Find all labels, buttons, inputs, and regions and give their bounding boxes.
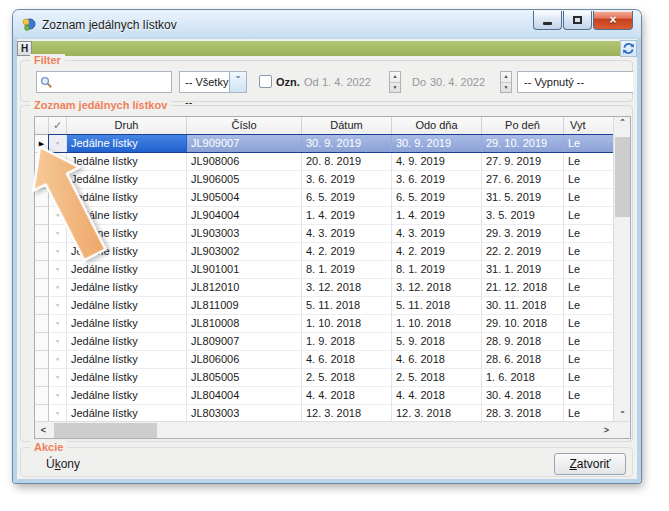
type-dropdown-value: -- Všetky -- (180, 72, 230, 92)
table-row[interactable]: ◦Jedálne lístkyJL9010018. 1. 20198. 1. 2… (35, 261, 615, 279)
column-header-odo-dna[interactable]: Odo dňa (392, 117, 482, 134)
record-dot-cell: ◦ (49, 351, 67, 369)
cell-vyt: Le (564, 387, 615, 405)
column-header-datum[interactable]: Dátum (302, 117, 392, 134)
cell-odo-dna: 1. 4. 2019 (392, 207, 482, 225)
cell-druh: Jedálne lístky (67, 369, 187, 387)
cell-cislo: JL811009 (187, 297, 302, 315)
table-row[interactable]: ▶◦Jedálne lístkyJL90900730. 9. 201930. 9… (35, 135, 615, 153)
toolbar: H (17, 41, 637, 56)
vertical-scrollbar[interactable]: ˆ ˇ (613, 117, 630, 423)
cell-datum: 3. 6. 2019 (302, 171, 392, 189)
record-dot-cell: ◦ (49, 315, 67, 333)
do-date-value[interactable]: 30. 4. 2022 (430, 75, 485, 89)
scroll-up-icon[interactable]: ˆ (614, 117, 631, 134)
cell-datum: 1. 4. 2019 (302, 207, 392, 225)
do-label: Do (412, 75, 426, 89)
cell-vyt: Le (564, 207, 615, 225)
search-text-field[interactable] (53, 73, 165, 91)
cell-druh: Jedálne lístky (67, 225, 187, 243)
column-header-vyt[interactable]: Vyt (564, 117, 615, 134)
cell-datum: 2. 5. 2018 (302, 369, 392, 387)
table-row[interactable]: ◦Jedálne lístkyJL9040041. 4. 20191. 4. 2… (35, 207, 615, 225)
table-row[interactable]: ◦Jedálne lístkyJL8120103. 12. 20183. 12.… (35, 279, 615, 297)
spinner-down-icon[interactable]: ▼ (501, 82, 511, 92)
titlebar[interactable]: Zoznam jedálnych lístkov × (13, 10, 641, 39)
scroll-left-icon[interactable]: < (35, 422, 52, 439)
refresh-icon (622, 42, 635, 55)
cell-cislo: JL809007 (187, 333, 302, 351)
cell-cislo: JL901001 (187, 261, 302, 279)
cell-cislo: JL903003 (187, 225, 302, 243)
list-group: Zoznam jedálnych lístkov ✓ Druh Číslo Dá… (20, 105, 633, 442)
status-dropdown[interactable]: -- Vypnutý -- (517, 71, 633, 93)
cell-druh: Jedálne lístky (67, 333, 187, 351)
record-dot-cell: ◦ (49, 297, 67, 315)
spinner-up-icon[interactable]: ▲ (501, 72, 511, 82)
column-header-po-den[interactable]: Po deň (482, 117, 564, 134)
cell-odo-dna: 8. 1. 2019 (392, 261, 482, 279)
row-indicator-cell (35, 315, 49, 333)
horizontal-scrollbar[interactable]: < > (35, 421, 615, 438)
maximize-icon (573, 16, 582, 24)
cell-druh: Jedálne lístky (67, 297, 187, 315)
cell-po-den: 30. 4. 2018 (482, 387, 564, 405)
cell-odo-dna: 4. 6. 2018 (392, 351, 482, 369)
refresh-button[interactable] (620, 40, 637, 57)
ukony-button[interactable]: Úkony (46, 457, 80, 471)
ozn-checkbox[interactable] (259, 75, 272, 88)
maximize-button[interactable] (563, 11, 592, 30)
zatvorit-button[interactable]: Zatvoriť (554, 453, 626, 475)
cell-cislo: JL804004 (187, 387, 302, 405)
table-row[interactable]: ◦Jedálne lístkyJL9050046. 5. 20196. 5. 2… (35, 189, 615, 207)
column-header-indicator[interactable] (35, 117, 49, 134)
close-button[interactable]: × (593, 11, 633, 30)
table-row[interactable]: ◦Jedálne lístkyJL90800620. 8. 20194. 9. … (35, 153, 615, 171)
horizontal-scrollbar-thumb[interactable] (54, 423, 157, 438)
minimize-button[interactable] (533, 11, 562, 30)
search-input[interactable] (36, 71, 172, 93)
cell-odo-dna: 1. 10. 2018 (392, 315, 482, 333)
table-row[interactable]: ◦Jedálne lístkyJL8110095. 11. 20185. 11.… (35, 297, 615, 315)
list-legend: Zoznam jedálnych lístkov (30, 99, 171, 111)
cell-odo-dna: 2. 5. 2018 (392, 369, 482, 387)
column-header-druh[interactable]: Druh (67, 117, 187, 134)
cell-cislo: JL905004 (187, 189, 302, 207)
record-dot-cell: ◦ (49, 207, 67, 225)
od-date-value[interactable]: 1. 4. 2022 (322, 75, 371, 89)
cell-cislo: JL805005 (187, 369, 302, 387)
search-icon (40, 76, 53, 89)
cell-vyt: Le (564, 351, 615, 369)
row-indicator-cell (35, 351, 49, 369)
cell-po-den: 29. 3. 2019 (482, 225, 564, 243)
table-row[interactable]: ◦Jedálne lístkyJL8090071. 9. 20185. 9. 2… (35, 333, 615, 351)
column-header-cislo[interactable]: Číslo (187, 117, 302, 134)
cell-druh: Jedálne lístky (67, 135, 187, 153)
table-row[interactable]: ◦Jedálne lístkyJL8050052. 5. 20182. 5. 2… (35, 369, 615, 387)
vertical-scrollbar-thumb[interactable] (615, 137, 630, 217)
table-row[interactable]: ◦Jedálne lístkyJL9060053. 6. 20193. 6. 2… (35, 171, 615, 189)
spinner-down-icon[interactable]: ▼ (390, 82, 400, 92)
row-indicator-cell (35, 171, 49, 189)
spinner-up-icon[interactable]: ▲ (390, 72, 400, 82)
table-row[interactable]: ◦Jedálne lístkyJL8100081. 10. 20181. 10.… (35, 315, 615, 333)
table-row[interactable]: ◦Jedálne lístkyJL9030034. 3. 20194. 3. 2… (35, 225, 615, 243)
table-row[interactable]: ◦Jedálne lístkyJL8060064. 6. 20184. 6. 2… (35, 351, 615, 369)
cell-vyt: Le (564, 189, 615, 207)
cell-vyt: Le (564, 333, 615, 351)
cell-po-den: 29. 10. 2019 (482, 135, 564, 153)
record-dot-cell: ◦ (49, 243, 67, 261)
od-date-spinner[interactable]: ▲ ▼ (389, 71, 401, 93)
cell-odo-dna: 3. 12. 2018 (392, 279, 482, 297)
cell-po-den: 27. 9. 2019 (482, 153, 564, 171)
record-dot-cell: ◦ (49, 135, 67, 153)
type-dropdown[interactable]: -- Všetky -- ˇ (179, 71, 247, 93)
cell-cislo: JL909007 (187, 135, 302, 153)
grid-header: ✓ Druh Číslo Dátum Odo dňa Po deň Vyt (35, 117, 630, 135)
chevron-down-icon[interactable]: ˇ (229, 72, 246, 92)
cell-datum: 8. 1. 2019 (302, 261, 392, 279)
column-header-check[interactable]: ✓ (49, 117, 67, 134)
table-row[interactable]: ◦Jedálne lístkyJL8040044. 4. 20184. 4. 2… (35, 387, 615, 405)
do-date-spinner[interactable]: ▲ ▼ (500, 71, 512, 93)
table-row[interactable]: ◦Jedálne lístkyJL9030024. 2. 20194. 2. 2… (35, 243, 615, 261)
